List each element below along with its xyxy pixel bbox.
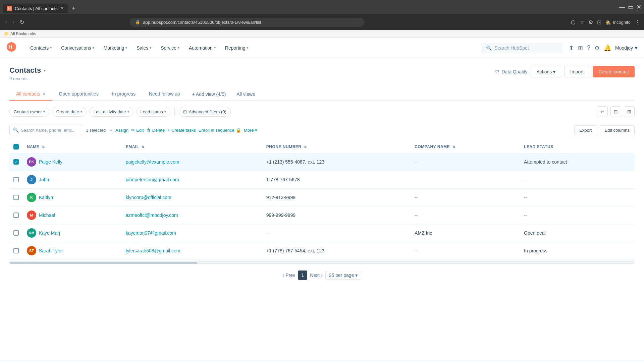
grid-view-button[interactable]: ⊞ [624,106,635,117]
delete-button[interactable]: 🗑 Delete [147,128,165,133]
name-sort-icon[interactable]: ⇅ [42,145,45,149]
contact-email-link[interactable]: paigekelly@example.com [126,159,179,165]
window-controls: — ▭ ✕ [619,3,641,13]
incognito-button[interactable]: 🕵 Incognito [605,20,631,25]
last-activity-date-filter[interactable]: Last activity date ▾ [89,107,133,117]
hubspot-nav: Contacts ▾ Conversations ▾ Marketing ▾ S… [26,43,475,53]
company-sort-icon[interactable]: ⇅ [452,145,455,149]
tab-all-contacts[interactable]: All contacts ✕ [9,88,52,101]
lead-status-filter[interactable]: Lead status ▾ [136,107,170,117]
add-view-button[interactable]: + Add view (4/5) [187,88,231,100]
phone-sort-icon[interactable]: ⇅ [304,145,307,149]
export-button[interactable]: Export [574,125,597,135]
next-page-button[interactable]: Next › [310,273,322,278]
contact-name-link[interactable]: Kaye Marj [39,230,60,236]
import-button[interactable]: Import [565,66,589,77]
question-icon[interactable]: ? [587,44,590,51]
nav-marketing-arrow: ▾ [125,46,127,50]
row-checkbox[interactable] [13,195,19,200]
row-checkbox[interactable] [13,213,19,218]
tab-open-opportunities[interactable]: Open opportunities [52,88,105,101]
star-icon[interactable]: ☆ [580,19,584,25]
profile-icon[interactable]: ⊡ [597,19,601,25]
contact-name-link[interactable]: Kaitlyn [39,195,53,200]
nav-automation[interactable]: Automation ▾ [185,43,220,53]
contact-name-link[interactable]: Paige Kelly [39,159,62,165]
create-date-filter[interactable]: Create date ▾ [52,107,87,117]
reload-button[interactable]: ↻ [18,18,25,27]
undo-button[interactable]: ↩ [597,106,608,117]
contact-name-link[interactable]: John [39,177,49,182]
horizontal-scrollbar[interactable] [9,261,635,264]
hubspot-logo[interactable]: H [7,42,16,54]
extensions-icon[interactable]: ⬡ [571,19,576,25]
contacts-table-wrapper: NAME ⇅ EMAIL ⇅ PHONE NUMBER ⇅ COMPANY [9,141,635,264]
active-tab[interactable]: H Contacts | All contacts ✕ [3,4,68,13]
nav-service[interactable]: Service ▾ [157,43,183,53]
search-input[interactable] [494,45,558,51]
row-checkbox-cell [9,171,23,189]
table-search-box[interactable]: 🔍 [9,125,83,135]
edit-columns-button[interactable]: Edit columns [600,125,635,135]
nav-contacts[interactable]: Contacts ▾ [26,43,56,53]
contact-email-link[interactable]: johnpeterson@gmail.com [126,177,179,182]
tab-all-contacts-close-icon[interactable]: ✕ [42,92,46,96]
row-email-cell: johnpeterson@gmail.com [122,171,262,189]
title-dropdown-icon[interactable]: ▾ [44,68,46,73]
row-checkbox[interactable] [13,177,19,182]
contact-email-link[interactable]: tylersarah508@gmail.com [126,248,180,253]
notifications-icon[interactable]: 🔔 [604,44,611,52]
tab-close-icon[interactable]: ✕ [60,6,64,11]
row-checkbox[interactable] [13,159,19,165]
actions-button[interactable]: Actions ▾ [531,66,561,77]
create-date-arrow-icon: ▾ [80,110,82,114]
assign-button[interactable]: Assign [115,128,128,133]
back-button[interactable]: ‹ [4,18,8,26]
tab-need-follow-up[interactable]: Need follow up [142,88,187,101]
page-number-1[interactable]: 1 [298,270,307,280]
contact-owner-filter[interactable]: Contact owner ▾ [9,107,49,117]
data-quality-button[interactable]: 🛡 Data Quality [495,69,527,74]
tab-in-progress[interactable]: In progress [105,88,142,101]
contact-name-link[interactable]: Sarah Tyler [39,248,63,253]
enroll-sequence-button[interactable]: Enroll in sequence 🔒 [199,128,241,133]
advanced-filters-button[interactable]: ⊞ Advanced filters (0) [179,107,231,117]
close-icon[interactable]: ✕ [636,3,641,11]
nav-marketing[interactable]: Marketing ▾ [100,43,131,53]
company-dash: -- [415,159,418,165]
forward-button[interactable]: › [11,18,15,26]
marketplace-icon[interactable]: ⊞ [578,44,583,52]
nav-reporting[interactable]: Reporting ▾ [221,43,253,53]
puzzle-icon[interactable]: ⚙ [588,19,593,25]
address-bar[interactable]: 🔒 app.hubspot.com/contacts/45105500/obje… [130,18,365,27]
copy-button[interactable]: ⊡ [610,106,621,117]
nav-sales[interactable]: Sales ▾ [132,43,155,53]
more-button[interactable]: More ▾ [244,128,258,133]
table-search-input[interactable] [21,128,79,133]
contact-name-link[interactable]: Michael [39,213,55,218]
contact-email-link[interactable]: klyncorp@official.com [126,195,171,200]
row-checkbox[interactable] [13,248,19,253]
minimize-icon[interactable]: — [619,4,625,11]
user-menu[interactable]: Moodjoy ▾ [615,45,637,51]
help-icon[interactable]: ⬆ [569,44,574,52]
lock-sequence-icon: 🔒 [236,128,241,133]
bookmarks-bar-label[interactable]: All Bookmarks [10,32,36,36]
create-tasks-button[interactable]: + Create tasks [167,128,196,133]
select-all-checkbox[interactable] [13,144,19,149]
contact-email-link[interactable]: kayemarj07@gmail.com [126,230,176,236]
new-tab-button[interactable]: + [69,5,78,12]
email-sort-icon[interactable]: ⇅ [142,145,145,149]
global-search[interactable]: 🔍 [482,43,562,53]
all-views-button[interactable]: All views [231,88,260,100]
row-checkbox[interactable] [13,230,19,236]
edit-button[interactable]: ✏ Edit [131,128,144,133]
contact-email-link[interactable]: azmeoffcl@moodjoy.com [126,213,178,218]
restore-icon[interactable]: ▭ [628,3,634,11]
per-page-selector[interactable]: 25 per page ▾ [325,271,362,280]
prev-page-button[interactable]: ‹ Prev [283,273,295,278]
nav-conversations[interactable]: Conversations ▾ [57,43,98,53]
settings-icon[interactable]: ⚙ [594,44,600,52]
menu-icon[interactable]: ⋮ [635,19,640,25]
create-contact-button[interactable]: Create contact [593,66,635,77]
